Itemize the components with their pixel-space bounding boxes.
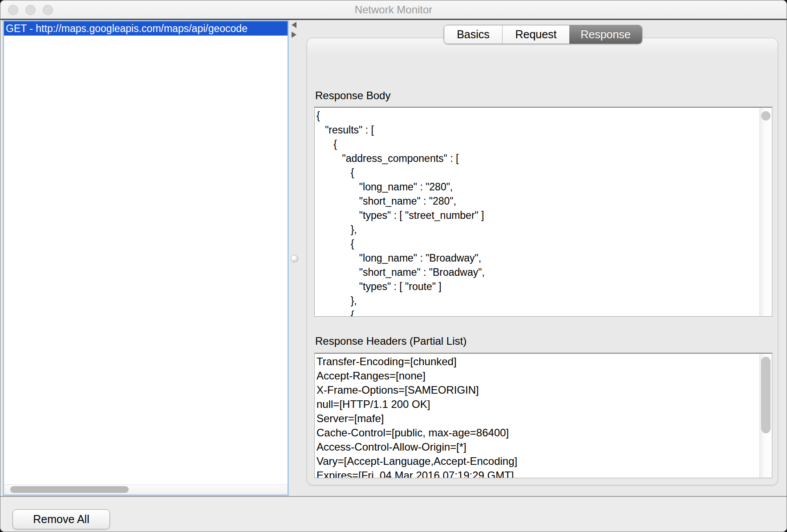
title-bar[interactable]: Network Monitor (0, 0, 787, 20)
window-title: Network Monitor (0, 0, 787, 19)
main-content: GET - http://maps.googleapis.com/maps/ap… (0, 20, 787, 496)
response-body-textarea[interactable]: { "results" : [ { "address_components" :… (314, 107, 772, 317)
horizontal-scrollbar[interactable] (4, 484, 288, 495)
response-headers-label: Response Headers (Partial List) (315, 335, 467, 347)
network-monitor-window: Network Monitor GET - http://maps.google… (0, 0, 787, 532)
horizontal-scrollbar-thumb[interactable] (10, 486, 129, 493)
collapse-left-arrow-icon[interactable] (292, 22, 296, 28)
tab-response[interactable]: Response (569, 25, 642, 44)
response-body-scrollbar[interactable] (759, 108, 772, 316)
expand-right-arrow-icon[interactable] (292, 32, 296, 38)
tab-request[interactable]: Request (503, 25, 569, 44)
response-body-text: { "results" : [ { "address_components" :… (315, 108, 772, 317)
response-body-label: Response Body (315, 89, 390, 102)
remove-all-button[interactable]: Remove All (12, 509, 110, 529)
split-divider[interactable] (289, 20, 307, 496)
response-body-scrollbar-thumb[interactable] (761, 111, 771, 121)
response-headers-scrollbar-thumb[interactable] (761, 357, 771, 433)
tab-bar: Basics Request Response (444, 25, 642, 44)
tab-basics[interactable]: Basics (444, 25, 503, 44)
request-list-item[interactable]: GET - http://maps.googleapis.com/maps/ap… (4, 21, 288, 36)
footer-bar: Remove All (0, 496, 787, 532)
response-headers-text: Transfer-Encoding=[chunked] Accept-Range… (315, 354, 772, 478)
divider-grip-icon[interactable] (291, 255, 298, 262)
response-headers-textarea[interactable]: Transfer-Encoding=[chunked] Accept-Range… (314, 353, 772, 478)
response-headers-scrollbar[interactable] (759, 354, 772, 478)
request-list[interactable]: GET - http://maps.googleapis.com/maps/ap… (4, 21, 288, 495)
